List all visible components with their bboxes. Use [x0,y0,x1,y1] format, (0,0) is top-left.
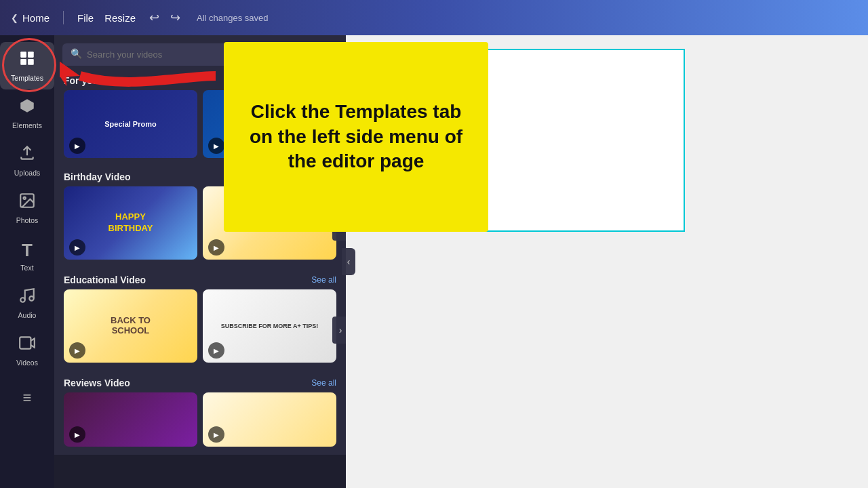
icon-sidebar: Templates Elements Uploads [0,35,54,488]
sidebar-item-text[interactable]: T Text [0,232,54,279]
reviews-card2-play-btn[interactable]: ▶ [208,426,224,443]
save-status: All changes saved [197,13,269,23]
birthday-section-title: Birthday Video [64,171,131,182]
educational-next-arrow[interactable]: › [332,317,346,344]
educational-card-1[interactable]: BACK TOSCHOOL ▶ [64,289,197,363]
educational-section-header: Educational Video See all [54,268,346,289]
educational-section-title: Educational Video [64,274,146,285]
instruction-tooltip: Click the Templates tab on the left side… [224,42,488,232]
audio-label: Audio [18,311,37,319]
photos-label: Photos [16,216,39,224]
redo-button[interactable]: ↪ [167,7,183,28]
for-you-card-1[interactable]: Special Promo ▶ [64,90,197,158]
text-icon: T [22,240,33,261]
educational-template-row: BACK TOSCHOOL ▶ ▶ › [54,289,346,371]
sidebar-item-more[interactable]: ≡ [0,374,54,422]
svg-point-8 [20,298,25,302]
reviews-section-title: Reviews Video [64,378,130,388]
reviews-card-1[interactable]: ▶ [64,392,197,447]
sidebar-item-photos[interactable]: Photos [0,184,54,232]
birthday-card-1[interactable]: ▶ [64,186,197,260]
home-chevron-icon: ❮ [11,13,18,23]
sidebar-item-videos[interactable]: Videos [0,327,54,374]
reviews-template-row: ▶ ▶ [54,392,346,455]
templates-label: Templates [11,74,43,82]
panel-collapse-arrow[interactable]: ‹ [342,248,355,275]
tooltip-text: Click the Templates tab on the left side… [240,100,472,174]
more-icon: ≡ [23,389,32,407]
svg-rect-2 [20,59,26,65]
sidebar-item-uploads[interactable]: Uploads [0,137,54,184]
templates-icon [18,49,36,71]
sidebar-item-templates[interactable]: Templates [0,42,54,89]
reviews-see-all-link[interactable]: See all [311,378,336,388]
photos-icon [18,192,36,214]
home-label: Home [22,12,50,24]
reviews-card1-play-btn[interactable]: ▶ [69,426,85,443]
svg-rect-1 [28,52,34,58]
svg-rect-0 [20,52,26,58]
resize-menu-button[interactable]: Resize [104,12,136,24]
sidebar-item-elements[interactable]: Elements [0,89,54,137]
uploads-label: Uploads [14,169,41,177]
uploads-icon [18,144,36,166]
videos-icon [18,334,36,356]
svg-point-7 [24,197,26,199]
top-navigation: ❮ Home File Resize ↩ ↪ All changes saved [0,0,868,35]
educational-see-all-link[interactable]: See all [311,275,336,285]
svg-point-9 [29,296,34,301]
videos-label: Videos [16,359,38,367]
audio-icon [18,287,36,308]
undo-redo-group: ↩ ↪ [146,7,183,28]
for-you-card2-play-btn[interactable]: ▶ [208,138,224,154]
reviews-section-header: Reviews Video See all [54,371,346,392]
sidebar-item-audio[interactable]: Audio [0,279,54,327]
reviews-card-2[interactable]: ▶ [203,392,336,447]
edu-card1-text: BACK TOSCHOOL [111,316,151,336]
home-button[interactable]: ❮ Home [11,12,50,24]
elements-icon [18,97,36,119]
file-menu-button[interactable]: File [77,12,94,24]
for-you-play-btn[interactable]: ▶ [69,138,85,154]
undo-button[interactable]: ↩ [146,7,162,28]
for-you-card-text: Special Promo [104,120,156,128]
svg-rect-3 [28,59,34,65]
svg-rect-10 [20,337,31,348]
educational-card-2[interactable]: ▶ [203,289,336,363]
nav-divider [63,11,64,24]
birthday-card1-play-btn[interactable]: ▶ [69,239,85,256]
edu-card1-play-btn[interactable]: ▶ [69,342,85,359]
svg-rect-5 [25,104,30,108]
edu-card2-play-btn[interactable]: ▶ [208,342,224,359]
elements-label: Elements [12,121,42,129]
text-label: Text [20,264,33,272]
birthday-card2-play-btn[interactable]: ▶ [208,239,224,256]
